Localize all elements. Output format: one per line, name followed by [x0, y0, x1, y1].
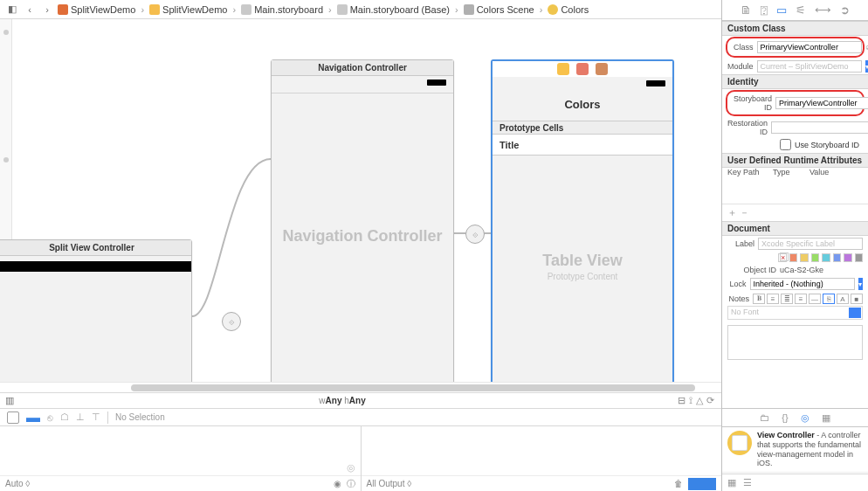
- eye-icon[interactable]: ◉: [334, 479, 341, 488]
- file-inspector-icon[interactable]: 🗎: [741, 3, 752, 17]
- pin-icon[interactable]: ⟟: [689, 395, 692, 406]
- breadcrumb-item[interactable]: Main.storyboard (Base): [337, 4, 450, 15]
- doc-label-field[interactable]: [758, 238, 863, 250]
- inspector-tabs[interactable]: 🗎 ⍰ ▭ ⚟ ⟷ ➲: [722, 0, 868, 21]
- color-button[interactable]: ■: [851, 294, 863, 304]
- breadcrumb-item[interactable]: SplitViewDemo: [149, 4, 227, 15]
- nav-forward-icon[interactable]: ›: [40, 3, 54, 17]
- navigation-controller-scene[interactable]: Navigation Controller Navigation Control…: [271, 59, 454, 382]
- connections-inspector-icon[interactable]: ➲: [840, 3, 850, 17]
- storyboard-id-field[interactable]: [775, 97, 868, 109]
- media-lib-icon[interactable]: ▦: [822, 412, 830, 424]
- section-header: Identity: [722, 74, 868, 89]
- file-template-lib-icon[interactable]: 🗀: [760, 412, 769, 423]
- identity-inspector-icon[interactable]: ▭: [776, 3, 787, 17]
- doc-items-icon[interactable]: [7, 411, 19, 424]
- class-field[interactable]: [757, 41, 862, 53]
- size-inspector-icon[interactable]: ⟷: [815, 3, 831, 17]
- folder-icon: [149, 4, 160, 15]
- viewcontroller-icon[interactable]: [557, 63, 569, 75]
- section-header: Custom Class: [722, 21, 868, 36]
- battery-icon: [427, 80, 446, 86]
- resolve-icon[interactable]: △: [696, 395, 703, 406]
- add-attribute-button[interactable]: ＋: [727, 207, 737, 218]
- remove-attribute-button[interactable]: －: [740, 207, 749, 218]
- restoration-id-field[interactable]: [771, 121, 868, 134]
- pane-toggle[interactable]: [688, 478, 716, 490]
- dropdown-icon[interactable]: ▾: [858, 278, 863, 290]
- align-center-button[interactable]: ≣: [781, 294, 793, 304]
- link-button[interactable]: ⎘: [823, 294, 835, 304]
- object-library[interactable]: View Controller - A controller that supp…: [722, 427, 868, 474]
- embed-icon[interactable]: ⊥: [76, 411, 85, 423]
- outline-toggle-icon[interactable]: ▥: [0, 394, 14, 408]
- breadcrumb-bar: ◧ ‹ › SplitViewDemo› SplitViewDemo› Main…: [0, 0, 721, 19]
- udra-table-header: Key PathTypeValue: [722, 168, 868, 176]
- library-item[interactable]: View Controller - A controller that supp…: [722, 427, 868, 473]
- segue-knot[interactable]: ⟐: [222, 312, 241, 331]
- storyboard-canvas[interactable]: ⟐ ⟐ Split View Controller Split View Con…: [0, 19, 721, 382]
- viewcontroller-icon: [548, 4, 558, 15]
- storyboard-icon: [241, 4, 251, 15]
- exit-icon[interactable]: [596, 63, 608, 75]
- breadcrumb-item[interactable]: SplitViewDemo: [58, 4, 135, 15]
- segue-knot[interactable]: ⟐: [465, 225, 485, 244]
- notes-textarea[interactable]: [727, 325, 863, 360]
- list-button[interactable]: —: [809, 294, 821, 304]
- library-footer: ▦ ☰: [722, 474, 868, 491]
- object-lib-icon[interactable]: ◎: [801, 412, 809, 424]
- align-right-button[interactable]: ≡: [795, 294, 807, 304]
- scope-icon[interactable]: ◎: [347, 462, 355, 474]
- size-class-bar: ▥ wAny hAny ⊟ ⟟ △ ⟳: [0, 392, 721, 408]
- field-label: Storyboard ID: [734, 94, 772, 112]
- lock-field[interactable]: [750, 278, 855, 290]
- udra-table[interactable]: [722, 176, 868, 204]
- related-items-icon[interactable]: ◧: [5, 3, 19, 17]
- quickhelp-inspector-icon[interactable]: ⍰: [761, 3, 768, 17]
- module-field[interactable]: [757, 60, 862, 73]
- resize-icon[interactable]: ⟳: [706, 395, 714, 406]
- trash-icon[interactable]: 🗑: [674, 479, 683, 488]
- unembed-icon[interactable]: ⊤: [92, 411, 100, 423]
- auto-variables-label[interactable]: Auto ◊: [5, 479, 30, 488]
- size-class-control[interactable]: wAny hAny: [319, 396, 365, 405]
- scene-icon: [464, 4, 474, 15]
- nav-back-icon[interactable]: ‹: [23, 3, 37, 17]
- use-storyboard-id-checkbox[interactable]: [780, 139, 791, 150]
- font-button[interactable]: A: [837, 294, 849, 304]
- font-field[interactable]: No Font: [727, 306, 863, 320]
- section-header: User Defined Runtime Attributes: [722, 153, 868, 168]
- breadcrumb-item[interactable]: Colors: [548, 4, 589, 15]
- prototype-cell[interactable]: Title: [493, 135, 672, 156]
- auto-icon[interactable]: ⎋: [47, 412, 53, 423]
- inspector-panel: 🗎 ⍰ ▭ ⚟ ⟷ ➲ Custom Class Class ⊘ ▾ Modul…: [721, 0, 868, 491]
- nav-title: Colors: [493, 98, 672, 111]
- label-color-row[interactable]: ×: [722, 252, 868, 264]
- highlight-ring: Storyboard ID: [726, 90, 865, 116]
- breadcrumb-item[interactable]: Colors Scene: [464, 4, 534, 15]
- section-header: Document: [722, 221, 868, 236]
- breadcrumb-item[interactable]: Main.storyboard: [241, 4, 323, 15]
- list-view-icon[interactable]: ☰: [743, 477, 752, 488]
- colors-table-scene[interactable]: Colors Prototype Cells Title Table View …: [491, 59, 674, 382]
- placeholder-label: Table View: [493, 252, 672, 270]
- align-icon[interactable]: ⊟: [678, 395, 685, 406]
- field-label: Label: [727, 239, 754, 248]
- attributes-inspector-icon[interactable]: ⚟: [796, 3, 806, 17]
- library-tabs[interactable]: 🗀 {} ◎ ▦: [722, 408, 868, 427]
- first-responder-icon[interactable]: [576, 63, 589, 75]
- clear-icon[interactable]: ⊘: [865, 44, 868, 52]
- align-left-button[interactable]: ≡: [767, 294, 779, 304]
- selection-label: No Selection: [115, 412, 165, 422]
- field-label: Object ID: [727, 266, 776, 274]
- stack-icon[interactable]: ☖: [60, 411, 69, 423]
- info-icon[interactable]: ⓘ: [347, 478, 355, 490]
- code-snippet-lib-icon[interactable]: {}: [782, 412, 788, 423]
- dropdown-icon[interactable]: ▾: [865, 60, 868, 73]
- output-filter-label[interactable]: All Output ◊: [367, 479, 412, 488]
- bold-button[interactable]: 𝐁: [753, 294, 765, 304]
- grid-view-icon[interactable]: ▦: [727, 477, 736, 488]
- horizontal-scrollbar[interactable]: [0, 382, 721, 392]
- split-view-controller-scene[interactable]: Split View Controller Split View Control…: [0, 239, 192, 382]
- battery-icon: [646, 80, 665, 86]
